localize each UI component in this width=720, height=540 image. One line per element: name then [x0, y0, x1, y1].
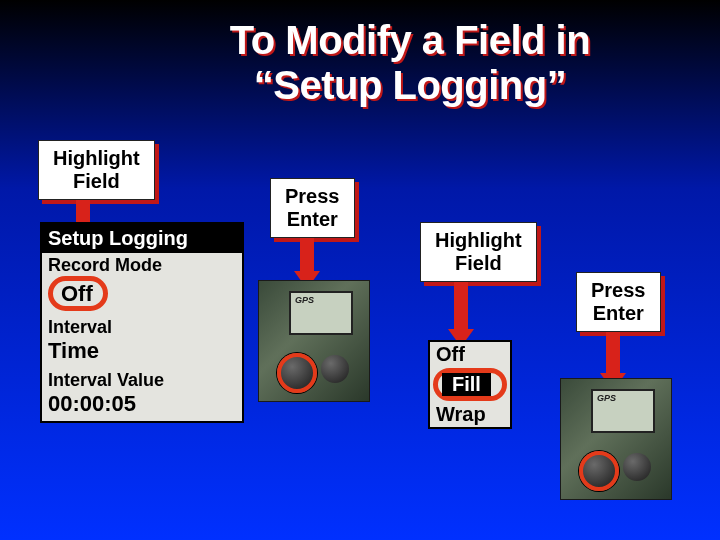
label-text: Highlight Field [435, 229, 522, 274]
record-mode-selected-ring: Off [48, 276, 108, 311]
arrow-down-3 [448, 282, 474, 347]
slide-canvas: To Modify a Field in “Setup Logging” Hig… [0, 0, 720, 540]
menu-button[interactable] [321, 355, 349, 383]
label-press-enter-2: Press Enter [576, 272, 661, 332]
slide-title: To Modify a Field in “Setup Logging” [0, 18, 720, 108]
popup-item-wrap[interactable]: Wrap [430, 402, 510, 427]
menu-button[interactable] [623, 453, 651, 481]
record-mode-value[interactable]: Off [42, 276, 242, 315]
device-photo-1: GPS [258, 280, 370, 402]
record-mode-popup[interactable]: Off Fill Wrap [428, 340, 512, 429]
device-photo-2: GPS [560, 378, 672, 500]
popup-item-fill[interactable]: Fill [442, 373, 491, 396]
popup-item-off[interactable]: Off [430, 342, 510, 367]
label-text: Press Enter [285, 185, 340, 230]
label-press-enter-1: Press Enter [270, 178, 355, 238]
title-line-2: “Setup Logging” [100, 63, 720, 108]
interval-value-label: Interval Value [42, 368, 242, 391]
popup-selected-ring: Fill [433, 368, 507, 401]
setup-logging-header: Setup Logging [42, 224, 242, 253]
setup-logging-screen: Setup Logging Record Mode Off Interval T… [40, 222, 244, 423]
record-mode-label: Record Mode [42, 253, 242, 276]
label-text: Highlight Field [53, 147, 140, 192]
device-brand-logo: GPS [597, 393, 616, 403]
enter-button[interactable] [277, 353, 317, 393]
interval-time-value[interactable]: 00:00:05 [42, 391, 242, 421]
interval-label: Interval [42, 315, 242, 338]
label-text: Press Enter [591, 279, 646, 324]
title-line-1: To Modify a Field in [230, 18, 590, 62]
interval-value[interactable]: Time [42, 338, 242, 368]
enter-button[interactable] [579, 451, 619, 491]
label-highlight-field-2: Highlight Field [420, 222, 537, 282]
device-brand-logo: GPS [295, 295, 314, 305]
label-highlight-field-1: Highlight Field [38, 140, 155, 200]
